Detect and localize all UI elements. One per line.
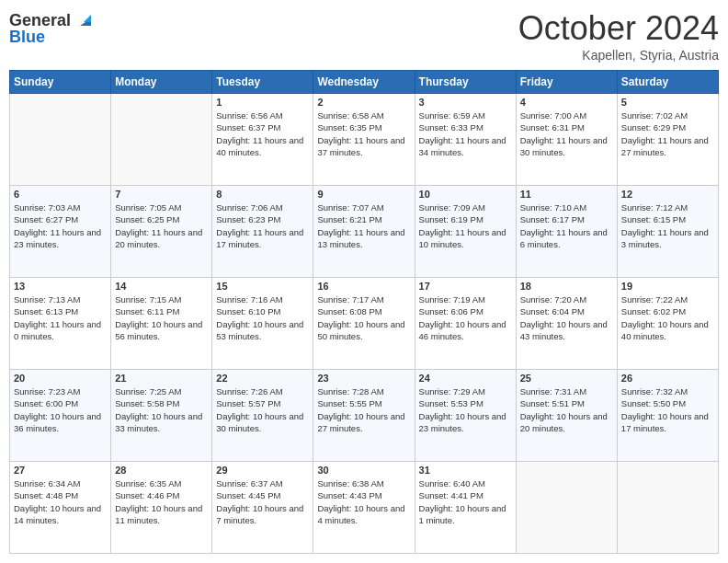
day-number: 16 [317,281,410,292]
day-info: Sunrise: 7:25 AMSunset: 5:58 PMDaylight:… [115,385,208,434]
day-number: 31 [419,465,512,476]
day-info: Sunrise: 7:06 AMSunset: 6:23 PMDaylight:… [216,201,309,250]
calendar-week-row: 27Sunrise: 6:34 AMSunset: 4:48 PMDayligh… [10,462,719,554]
day-info: Sunrise: 6:34 AMSunset: 4:48 PMDaylight:… [14,477,107,526]
day-number: 18 [520,281,613,292]
day-number: 5 [621,97,714,108]
day-number: 26 [621,373,714,384]
day-number: 10 [419,189,512,200]
day-of-week-header: Saturday [617,71,718,94]
day-info: Sunrise: 6:58 AMSunset: 6:35 PMDaylight:… [317,109,410,158]
calendar-cell: 6Sunrise: 7:03 AMSunset: 6:27 PMDaylight… [10,186,111,278]
calendar-cell: 20Sunrise: 7:23 AMSunset: 6:00 PMDayligh… [10,370,111,462]
header: General Blue October 2024 Kapellen, Styr… [9,9,719,63]
day-info: Sunrise: 7:20 AMSunset: 6:04 PMDaylight:… [520,293,613,342]
calendar-cell: 29Sunrise: 6:37 AMSunset: 4:45 PMDayligh… [212,462,313,554]
day-number: 30 [317,465,410,476]
day-number: 11 [520,189,613,200]
calendar-cell: 22Sunrise: 7:26 AMSunset: 5:57 PMDayligh… [212,370,313,462]
calendar-cell [10,94,111,186]
day-number: 3 [419,97,512,108]
svg-marker-1 [84,15,91,22]
calendar-cell: 3Sunrise: 6:59 AMSunset: 6:33 PMDaylight… [415,94,516,186]
page: General Blue October 2024 Kapellen, Styr… [0,0,728,563]
calendar-week-row: 13Sunrise: 7:13 AMSunset: 6:13 PMDayligh… [10,278,719,370]
calendar-cell: 17Sunrise: 7:19 AMSunset: 6:06 PMDayligh… [415,278,516,370]
day-number: 24 [419,373,512,384]
calendar-cell: 14Sunrise: 7:15 AMSunset: 6:11 PMDayligh… [111,278,212,370]
day-number: 8 [216,189,309,200]
day-of-week-header: Monday [111,71,212,94]
day-info: Sunrise: 7:29 AMSunset: 5:53 PMDaylight:… [419,385,512,434]
calendar-cell: 30Sunrise: 6:38 AMSunset: 4:43 PMDayligh… [313,462,415,554]
logo-text-blue: Blue [9,28,45,47]
logo: General Blue [9,9,95,47]
day-number: 22 [216,373,309,384]
day-number: 21 [115,373,208,384]
day-number: 7 [115,189,208,200]
day-number: 25 [520,373,613,384]
logo-icon [73,9,95,31]
day-number: 17 [419,281,512,292]
day-info: Sunrise: 7:09 AMSunset: 6:19 PMDaylight:… [419,201,512,250]
day-info: Sunrise: 6:40 AMSunset: 4:41 PMDaylight:… [419,477,512,526]
calendar-week-row: 20Sunrise: 7:23 AMSunset: 6:00 PMDayligh… [10,370,719,462]
day-of-week-header: Tuesday [212,71,313,94]
calendar-cell [516,462,617,554]
day-number: 29 [216,465,309,476]
calendar-header-row: SundayMondayTuesdayWednesdayThursdayFrid… [10,71,719,94]
day-number: 9 [317,189,410,200]
day-info: Sunrise: 7:07 AMSunset: 6:21 PMDaylight:… [317,201,410,250]
day-number: 4 [520,97,613,108]
month-title: October 2024 [518,9,719,48]
day-number: 13 [14,281,107,292]
day-info: Sunrise: 7:26 AMSunset: 5:57 PMDaylight:… [216,385,309,434]
calendar-cell: 5Sunrise: 7:02 AMSunset: 6:29 PMDaylight… [617,94,718,186]
calendar-cell: 23Sunrise: 7:28 AMSunset: 5:55 PMDayligh… [313,370,415,462]
day-info: Sunrise: 6:35 AMSunset: 4:46 PMDaylight:… [115,477,208,526]
day-number: 15 [216,281,309,292]
calendar-cell: 2Sunrise: 6:58 AMSunset: 6:35 PMDaylight… [313,94,415,186]
calendar-cell: 7Sunrise: 7:05 AMSunset: 6:25 PMDaylight… [111,186,212,278]
day-of-week-header: Friday [516,71,617,94]
day-number: 1 [216,97,309,108]
day-info: Sunrise: 7:03 AMSunset: 6:27 PMDaylight:… [14,201,107,250]
day-info: Sunrise: 7:15 AMSunset: 6:11 PMDaylight:… [115,293,208,342]
day-info: Sunrise: 7:31 AMSunset: 5:51 PMDaylight:… [520,385,613,434]
day-number: 27 [14,465,107,476]
calendar-cell: 21Sunrise: 7:25 AMSunset: 5:58 PMDayligh… [111,370,212,462]
day-number: 28 [115,465,208,476]
calendar-cell: 11Sunrise: 7:10 AMSunset: 6:17 PMDayligh… [516,186,617,278]
day-number: 2 [317,97,410,108]
day-number: 12 [621,189,714,200]
calendar-week-row: 1Sunrise: 6:56 AMSunset: 6:37 PMDaylight… [10,94,719,186]
day-info: Sunrise: 7:19 AMSunset: 6:06 PMDaylight:… [419,293,512,342]
calendar-cell: 1Sunrise: 6:56 AMSunset: 6:37 PMDaylight… [212,94,313,186]
day-info: Sunrise: 6:37 AMSunset: 4:45 PMDaylight:… [216,477,309,526]
day-info: Sunrise: 7:16 AMSunset: 6:10 PMDaylight:… [216,293,309,342]
day-info: Sunrise: 7:10 AMSunset: 6:17 PMDaylight:… [520,201,613,250]
calendar-cell: 31Sunrise: 6:40 AMSunset: 4:41 PMDayligh… [415,462,516,554]
calendar-cell: 4Sunrise: 7:00 AMSunset: 6:31 PMDaylight… [516,94,617,186]
day-number: 23 [317,373,410,384]
calendar-cell: 10Sunrise: 7:09 AMSunset: 6:19 PMDayligh… [415,186,516,278]
day-info: Sunrise: 7:05 AMSunset: 6:25 PMDaylight:… [115,201,208,250]
day-of-week-header: Wednesday [313,71,415,94]
calendar-cell: 28Sunrise: 6:35 AMSunset: 4:46 PMDayligh… [111,462,212,554]
calendar-cell: 13Sunrise: 7:13 AMSunset: 6:13 PMDayligh… [10,278,111,370]
day-of-week-header: Thursday [415,71,516,94]
calendar-cell: 25Sunrise: 7:31 AMSunset: 5:51 PMDayligh… [516,370,617,462]
calendar-cell: 15Sunrise: 7:16 AMSunset: 6:10 PMDayligh… [212,278,313,370]
day-info: Sunrise: 7:02 AMSunset: 6:29 PMDaylight:… [621,109,714,158]
title-block: October 2024 Kapellen, Styria, Austria [518,9,719,63]
day-info: Sunrise: 6:59 AMSunset: 6:33 PMDaylight:… [419,109,512,158]
day-info: Sunrise: 7:12 AMSunset: 6:15 PMDaylight:… [621,201,714,250]
calendar-cell: 26Sunrise: 7:32 AMSunset: 5:50 PMDayligh… [617,370,718,462]
calendar-cell: 9Sunrise: 7:07 AMSunset: 6:21 PMDaylight… [313,186,415,278]
day-info: Sunrise: 7:00 AMSunset: 6:31 PMDaylight:… [520,109,613,158]
day-info: Sunrise: 7:22 AMSunset: 6:02 PMDaylight:… [621,293,714,342]
day-info: Sunrise: 7:23 AMSunset: 6:00 PMDaylight:… [14,385,107,434]
day-info: Sunrise: 7:28 AMSunset: 5:55 PMDaylight:… [317,385,410,434]
location: Kapellen, Styria, Austria [518,48,719,63]
day-info: Sunrise: 6:56 AMSunset: 6:37 PMDaylight:… [216,109,309,158]
